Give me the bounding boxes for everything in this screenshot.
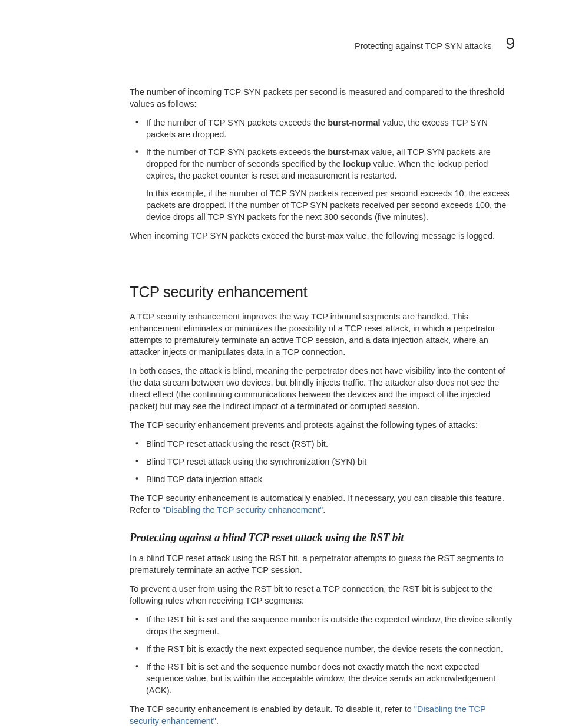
paragraph: The TCP security enhancement prevents an… <box>130 419 515 431</box>
paragraph: A TCP security enhancement improves the … <box>130 311 515 358</box>
cross-reference-link[interactable]: "Disabling the TCP security enhancement" <box>163 505 323 515</box>
list-item: If the RST bit is set and the sequence n… <box>146 661 515 696</box>
bold-text: burst-max <box>328 147 369 157</box>
bold-text: burst-normal <box>328 118 380 127</box>
list-item: Blind TCP reset attack using the synchro… <box>146 456 515 467</box>
page-header: Protecting against TCP SYN attacks 9 <box>130 34 515 53</box>
list-item: If the RST bit is exactly the next expec… <box>146 643 515 655</box>
paragraph: The TCP security enhancement is enabled … <box>130 703 515 727</box>
list-item: If the number of TCP SYN packets exceeds… <box>146 117 515 140</box>
text: If the number of TCP SYN packets exceeds… <box>146 118 328 127</box>
paragraph: When incoming TCP SYN packets exceed the… <box>130 230 515 242</box>
sub-paragraph: In this example, if the number of TCP SY… <box>146 187 515 223</box>
paragraph: In both cases, the attack is blind, mean… <box>130 365 515 412</box>
chapter-number: 9 <box>505 34 515 53</box>
paragraph: To prevent a user from using the RST bit… <box>130 583 515 607</box>
bold-text: lockup <box>343 159 371 169</box>
bullet-list: If the number of TCP SYN packets exceeds… <box>130 117 515 223</box>
bullet-list: If the RST bit is set and the sequence n… <box>130 614 515 696</box>
text: . <box>216 716 219 726</box>
header-title: Protecting against TCP SYN attacks <box>355 41 491 51</box>
list-item: Blind TCP reset attack using the reset (… <box>146 438 515 450</box>
bullet-list: Blind TCP reset attack using the reset (… <box>130 438 515 485</box>
text: If the number of TCP SYN packets exceeds… <box>146 147 328 157</box>
document-page: Protecting against TCP SYN attacks 9 The… <box>0 0 562 728</box>
list-item: Blind TCP data injection attack <box>146 473 515 485</box>
list-item: If the RST bit is set and the sequence n… <box>146 614 515 637</box>
section-heading: TCP security enhancement <box>130 283 515 301</box>
text: . <box>323 505 325 515</box>
paragraph: The number of incoming TCP SYN packets p… <box>130 86 515 110</box>
list-item: If the number of TCP SYN packets exceeds… <box>146 146 515 223</box>
paragraph: In a blind TCP reset attack using the RS… <box>130 552 515 576</box>
paragraph: The TCP security enhancement is automati… <box>130 492 515 516</box>
subsection-heading: Protecting against a blind TCP reset att… <box>130 531 515 544</box>
text: The TCP security enhancement is enabled … <box>130 704 414 714</box>
